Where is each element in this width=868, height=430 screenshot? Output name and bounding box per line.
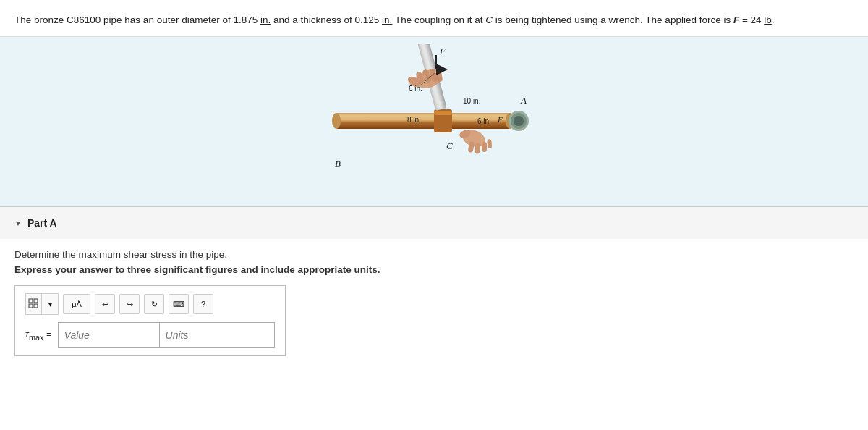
part-A-label: Part A <box>27 217 57 229</box>
mu-alpha-label: μÅ <box>72 300 82 308</box>
dim-10in: 10 in. <box>463 97 480 105</box>
undo-button[interactable]: ↩ <box>95 294 115 314</box>
dropdown-chevron-icon[interactable]: ▾ <box>42 294 58 314</box>
question-line1: Determine the maximum shear stress in th… <box>14 249 854 260</box>
mu-alpha-button[interactable]: μÅ <box>63 294 90 314</box>
svg-point-22 <box>514 116 524 126</box>
svg-rect-26 <box>29 299 33 303</box>
redo-icon: ↪ <box>127 300 133 309</box>
matrix-icon-button[interactable]: ▾ <box>25 293 59 315</box>
svg-rect-17 <box>482 142 487 152</box>
units-input[interactable] <box>159 322 275 348</box>
help-label: ? <box>201 300 205 308</box>
point-C-label: C <box>446 140 453 151</box>
expand-chevron-icon[interactable]: ▼ <box>14 219 22 227</box>
refresh-icon: ↻ <box>151 300 158 309</box>
help-button[interactable]: ? <box>193 294 213 314</box>
keyboard-icon: ⌨ <box>173 300 184 309</box>
undo-icon: ↩ <box>102 300 109 309</box>
point-A-label: A <box>520 95 527 106</box>
value-input[interactable] <box>58 322 159 348</box>
reset-button[interactable]: ↻ <box>144 294 164 314</box>
force-label-F: F <box>439 46 446 56</box>
answer-input-row: τmax = <box>25 322 275 348</box>
answer-toolbar: ▾ μÅ ↩ ↪ ↻ ⌨ ? <box>25 293 275 315</box>
question-line2: Express your answer to three significant… <box>14 264 854 275</box>
dim-8in: 8 in. <box>407 116 421 124</box>
svg-rect-18 <box>487 139 492 148</box>
svg-rect-5 <box>434 111 452 115</box>
svg-rect-28 <box>29 304 33 308</box>
svg-rect-29 <box>34 304 38 308</box>
dim-6in-right: 6 in. <box>477 117 491 125</box>
matrix-grid-icon[interactable] <box>26 294 42 314</box>
diagram-area: F 6 in. 8 in. 10 in. 6 in. A B C F <box>0 37 868 206</box>
part-A-section-header: ▼ Part A <box>0 206 868 239</box>
problem-diagram: F 6 in. 8 in. 10 in. 6 in. A B C F <box>322 44 546 196</box>
answer-section: Determine the maximum shear stress in th… <box>0 239 868 371</box>
redo-button[interactable]: ↪ <box>119 294 140 314</box>
point-B-label: B <box>335 159 341 169</box>
force-label-F-right: F <box>497 115 503 124</box>
answer-input-container: ▾ μÅ ↩ ↪ ↻ ⌨ ? <box>14 285 286 356</box>
dim-6in-top: 6 in. <box>409 85 422 93</box>
tau-max-label: τmax = <box>25 329 52 342</box>
svg-point-3 <box>332 113 341 129</box>
problem-statement: The bronze C86100 pipe has an outer diam… <box>0 0 868 37</box>
keyboard-button[interactable]: ⌨ <box>169 294 189 314</box>
svg-rect-27 <box>34 299 38 303</box>
